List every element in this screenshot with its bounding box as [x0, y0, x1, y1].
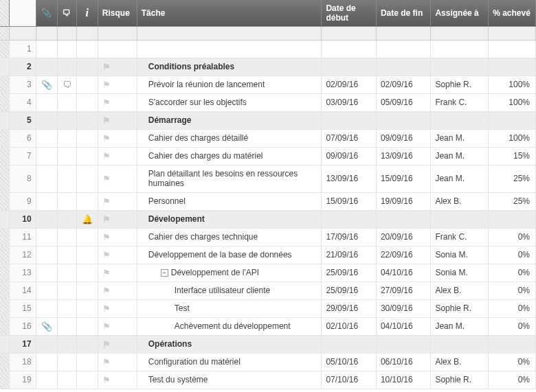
- cell-comment[interactable]: [57, 210, 76, 228]
- cell-percent[interactable]: 0%: [489, 228, 536, 246]
- cell-attachment[interactable]: [36, 210, 57, 228]
- section-row[interactable]: 2⚑Conditions préalables: [0, 58, 536, 76]
- cell-task[interactable]: Configuration du matériel: [137, 353, 322, 371]
- cell-percent[interactable]: [489, 335, 536, 353]
- cell-task[interactable]: Opérations: [137, 335, 322, 353]
- cell-comment[interactable]: [57, 371, 76, 389]
- cell-percent[interactable]: 0%: [489, 371, 536, 389]
- cell-attachment[interactable]: [36, 371, 57, 389]
- cell-percent[interactable]: 0%: [489, 317, 536, 335]
- task-row[interactable]: 19⚑Test du système07/10/1610/10/16Sophie…: [0, 371, 536, 389]
- cell-task[interactable]: Prévoir la réunion de lancement: [137, 76, 322, 93]
- cell-start-date[interactable]: [322, 210, 377, 228]
- col-task-header[interactable]: Tâche: [137, 0, 322, 26]
- cell-risk[interactable]: ⚑: [98, 228, 137, 246]
- cell-end-date[interactable]: 19/09/16: [376, 192, 431, 210]
- cell-assignee[interactable]: Alex B.: [431, 281, 489, 299]
- cell-risk[interactable]: ⚑: [98, 371, 137, 389]
- cell-task[interactable]: Cahier des charges technique: [137, 228, 322, 246]
- cell-comment[interactable]: 🗨: [57, 76, 76, 93]
- cell-risk[interactable]: ⚑: [98, 58, 137, 76]
- cell-percent[interactable]: 0%: [489, 299, 536, 317]
- cell-start-date[interactable]: 29/09/16: [322, 299, 377, 317]
- cell-end-date[interactable]: [376, 210, 431, 228]
- cell-task[interactable]: Plan détaillant les besoins en ressource…: [137, 165, 322, 192]
- cell-attachment[interactable]: [36, 165, 57, 192]
- cell-attachment[interactable]: [36, 129, 57, 147]
- row-number[interactable]: 6: [9, 129, 36, 147]
- col-pct-header[interactable]: % achevé: [489, 0, 536, 26]
- row-number[interactable]: 4: [9, 93, 36, 111]
- cell-task[interactable]: S'accorder sur les objectifs: [137, 93, 322, 111]
- col-risk-header[interactable]: Risque: [98, 0, 137, 26]
- cell-attachment[interactable]: 📎: [36, 76, 57, 93]
- cell-info[interactable]: [76, 281, 98, 299]
- cell-info[interactable]: [76, 371, 98, 389]
- task-row[interactable]: 9⚑Personnel15/09/1619/09/16Alex B.25%: [0, 192, 536, 210]
- cell-risk[interactable]: ⚑: [98, 111, 137, 129]
- cell-assignee[interactable]: [431, 335, 489, 353]
- filter-row[interactable]: [0, 26, 536, 40]
- cell-start-date[interactable]: 07/09/16: [322, 129, 377, 147]
- cell-risk[interactable]: ⚑: [98, 210, 137, 228]
- cell-attachment[interactable]: [36, 93, 57, 111]
- task-row[interactable]: 3📎🗨⚑Prévoir la réunion de lancement02/09…: [0, 76, 536, 93]
- cell-percent[interactable]: 0%: [489, 281, 536, 299]
- row-number[interactable]: 7: [9, 147, 36, 165]
- cell-info[interactable]: [76, 40, 98, 58]
- row-number[interactable]: 16: [9, 317, 36, 335]
- cell-attachment[interactable]: [36, 246, 57, 264]
- cell-comment[interactable]: [57, 129, 76, 147]
- cell-percent[interactable]: 100%: [489, 129, 536, 147]
- cell-start-date[interactable]: [322, 58, 377, 76]
- cell-risk[interactable]: ⚑: [98, 353, 137, 371]
- cell-assignee[interactable]: Alex B.: [431, 192, 489, 210]
- cell-attachment[interactable]: [36, 264, 57, 281]
- cell-comment[interactable]: [57, 246, 76, 264]
- cell-info[interactable]: [76, 76, 98, 93]
- cell-attachment[interactable]: [36, 228, 57, 246]
- cell-info[interactable]: [76, 228, 98, 246]
- cell-assignee[interactable]: [431, 111, 489, 129]
- row-number[interactable]: 17: [9, 335, 36, 353]
- cell-comment[interactable]: [57, 40, 76, 58]
- cell-info[interactable]: [76, 58, 98, 76]
- col-start-header[interactable]: Date de début: [322, 0, 377, 26]
- cell-task[interactable]: Dévelopement: [137, 210, 322, 228]
- cell-info[interactable]: [76, 299, 98, 317]
- cell-comment[interactable]: [57, 192, 76, 210]
- cell-assignee[interactable]: Jean M.: [431, 147, 489, 165]
- cell-percent[interactable]: 100%: [489, 76, 536, 93]
- cell-info[interactable]: [76, 129, 98, 147]
- cell-end-date[interactable]: 15/09/16: [376, 165, 431, 192]
- task-row[interactable]: 14⚑Interface utilisateur cliente25/09/16…: [0, 281, 536, 299]
- cell-assignee[interactable]: Sophie R.: [431, 76, 489, 93]
- cell-end-date[interactable]: 04/10/16: [376, 264, 431, 281]
- task-row[interactable]: 12⚑Développement de la base de données21…: [0, 246, 536, 264]
- task-row[interactable]: 13⚑−Développement de l'API25/09/1604/10/…: [0, 264, 536, 281]
- cell-assignee[interactable]: Jean M.: [431, 165, 489, 192]
- cell-percent[interactable]: 0%: [489, 353, 536, 371]
- cell-risk[interactable]: ⚑: [98, 192, 137, 210]
- row-number[interactable]: 10: [9, 210, 36, 228]
- task-row[interactable]: 8⚑Plan détaillant les besoins en ressour…: [0, 165, 536, 192]
- cell-end-date[interactable]: [376, 40, 431, 58]
- col-end-header[interactable]: Date de fin: [376, 0, 431, 26]
- cell-end-date[interactable]: 20/09/16: [376, 228, 431, 246]
- cell-start-date[interactable]: 03/09/16: [322, 93, 377, 111]
- cell-risk[interactable]: ⚑: [98, 76, 137, 93]
- cell-start-date[interactable]: 02/10/16: [322, 317, 377, 335]
- row-number[interactable]: 12: [9, 246, 36, 264]
- cell-start-date[interactable]: [322, 111, 377, 129]
- cell-comment[interactable]: [57, 93, 76, 111]
- cell-assignee[interactable]: Alex B.: [431, 353, 489, 371]
- cell-comment[interactable]: [57, 317, 76, 335]
- cell-info[interactable]: [76, 192, 98, 210]
- row-number[interactable]: 15: [9, 299, 36, 317]
- cell-end-date[interactable]: 30/09/16: [376, 299, 431, 317]
- cell-info[interactable]: [76, 353, 98, 371]
- task-row[interactable]: 11⚑Cahier des charges technique17/09/162…: [0, 228, 536, 246]
- cell-risk[interactable]: ⚑: [98, 129, 137, 147]
- cell-risk[interactable]: ⚑: [98, 264, 137, 281]
- cell-comment[interactable]: [57, 58, 76, 76]
